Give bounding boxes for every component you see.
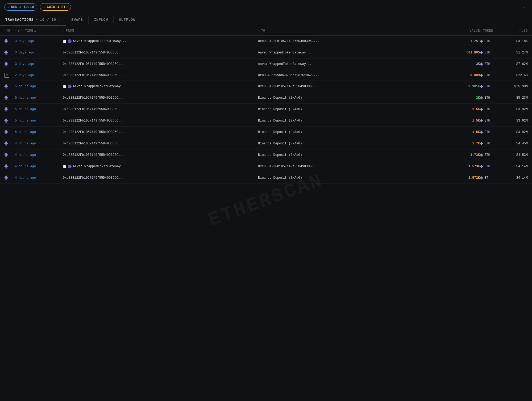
filter-time-icon[interactable]: ≡	[15, 29, 17, 32]
tab-inflow[interactable]: INFLOW	[89, 14, 113, 26]
layout-icon[interactable]: ⊞	[510, 3, 518, 11]
col-header-from[interactable]: ≡ FROM	[63, 29, 258, 33]
table-body: 3 days ago 📄 Aave: WrappedTokenGateway..…	[0, 36, 532, 184]
col-header-value[interactable]: ≡ VALUE	[453, 29, 480, 33]
usd-cell: $3.92M	[501, 119, 528, 123]
col-usd-label: USD	[522, 29, 528, 33]
filter-icon-time2[interactable]: ≡	[22, 29, 24, 32]
time-value: 4 hours ago	[15, 142, 36, 145]
table-row[interactable]: 🛡 2 days ago 0xc08B122Fb1057149f55D49D3D…	[0, 70, 532, 81]
from-address[interactable]: 0xc08B122Fb1057149f55D49D3D5C...	[63, 130, 124, 134]
filter-token-icon[interactable]: ≡	[480, 29, 482, 32]
tab-outflow[interactable]: OUTFLOW	[114, 14, 141, 26]
eth-diamond-icon	[480, 96, 483, 99]
download-icon[interactable]: ↓	[520, 3, 528, 11]
prev-page-btn[interactable]: ‹	[36, 18, 38, 22]
table-row[interactable]: 4 hours ago 0xc08B122Fb1057149f55D49D3D5…	[0, 172, 532, 184]
next-page-btn[interactable]: ›	[58, 18, 60, 22]
eth-diamond-icon	[480, 176, 483, 179]
token-cell: ETH	[480, 119, 501, 123]
to-cell: 0xc08B122Fb1057149f55D49D3D5C...	[258, 165, 453, 168]
from-address[interactable]: 0xc08B122Fb1057149f55D49D3D5C...	[63, 142, 124, 145]
value-amount: 1.573K	[468, 165, 480, 168]
col-header-usd[interactable]: ≡ USD	[501, 29, 528, 33]
filter-value-icon[interactable]: ≡	[467, 29, 468, 32]
table-row[interactable]: 4 hours ago 📄 Aave: WrappedTokenGateway.…	[0, 161, 532, 172]
col-header-time[interactable]: ≡ ⏱ ≡ TIME ▲	[15, 29, 63, 33]
to-address[interactable]: 0x8DCADb799Da4B78e57987Cf8A2C...	[258, 73, 319, 77]
from-address[interactable]: 0xc08B122Fb1057149f55D49D3D5C...	[63, 119, 124, 123]
to-named: Binance Deposit (0xAa0)	[258, 96, 302, 100]
usd-value: $22.43	[516, 73, 528, 77]
from-address[interactable]: 0xc08B122Fb1057149f55D49D3D5C...	[63, 153, 124, 157]
time-value: 5 hours ago	[15, 130, 36, 134]
token-cell: ETH	[480, 39, 501, 43]
tab-outflow-label: OUTFLOW	[119, 18, 135, 22]
from-address[interactable]: 0xc08B122Fb1057149f55D49D3D5C...	[63, 73, 124, 77]
time-cell: 3 days ago	[15, 51, 63, 55]
to-named: Binance Deposit (0xAa0)	[258, 119, 302, 123]
tab-inflow-label: INFLOW	[94, 18, 108, 22]
to-named: Binance Deposit (0xAa0)	[258, 176, 302, 180]
from-address[interactable]: 0xc08B122Fb1057149f55D49D3D5C...	[63, 51, 124, 55]
coin-filter-chip[interactable]: ✕ COIN ◆ ETH	[40, 3, 71, 11]
value-amount: 2K	[476, 96, 480, 100]
eth-icon	[4, 107, 8, 112]
usd-filter-chip[interactable]: ✕ USD ≥ $0.10	[4, 3, 37, 11]
table-row[interactable]: 4 hours ago 0xc08B122Fb1057149f55D49D3D5…	[0, 138, 532, 149]
table-row[interactable]: 5 hours ago 0xc08B122Fb1057149f55D49D3D5…	[0, 127, 532, 138]
usd-cell: $1.27M	[501, 51, 528, 55]
usd-filter-remove-icon[interactable]: ✕	[8, 5, 10, 9]
from-address[interactable]: 0xc08B122Fb1057149f55D49D3D5C...	[63, 107, 124, 111]
table-row[interactable]: 3 days ago 📄 Aave: WrappedTokenGateway..…	[0, 36, 532, 47]
to-cell: 0xc08B122Fb1057149f55D49D3D5C...	[258, 39, 453, 43]
col-value-label: VALUE	[469, 29, 480, 33]
to-cell: Binance Deposit (0xAa0)	[258, 96, 453, 100]
table-row[interactable]: 5 hours ago 0xc08B122Fb1057149f55D49D3D5…	[0, 115, 532, 127]
to-address[interactable]: 0xc08B122Fb1057149f55D49D3D5C...	[258, 165, 319, 168]
to-address[interactable]: 0xc08B122Fb1057149f55D49D3D5C...	[258, 85, 319, 88]
to-address[interactable]: 0xc08B122Fb1057149f55D49D3D5C...	[258, 39, 319, 43]
col-header-token[interactable]: ≡ TOKEN	[480, 29, 501, 33]
table-row[interactable]: 5 hours ago 📄 Aave: WrappedTokenGateway.…	[0, 81, 532, 92]
sort-asc-icon[interactable]: ▲	[34, 30, 36, 32]
from-cell: 0xc08B122Fb1057149f55D49D3D5C...	[63, 130, 258, 134]
filter-icon-row[interactable]: ≡	[4, 29, 6, 32]
filter-to-icon[interactable]: ≡	[258, 29, 260, 32]
token-cell: ETH	[480, 96, 501, 100]
tab-swaps[interactable]: SWAPS	[66, 14, 88, 26]
token-name: ETH	[484, 142, 490, 145]
from-cell: 📄 Aave: WrappedTokenGateway...	[63, 165, 258, 168]
to-cell: Binance Deposit (0xAa0)	[258, 153, 453, 157]
token-cell: ETH	[480, 107, 501, 111]
table-row[interactable]: 3 days ago 0xc08B122Fb1057149f55D49D3D5C…	[0, 59, 532, 70]
tab-transactions[interactable]: TRANSACTIONS ‹ 10 / 10 ›	[0, 14, 66, 26]
usd-value: $4.14M	[516, 165, 528, 168]
value-cell: 1.5K	[453, 119, 480, 123]
eth-diamond-icon	[480, 142, 483, 145]
table-row[interactable]: 5 hours ago 0xc08B122Fb1057149f55D49D3D5…	[0, 92, 532, 104]
filter-usd-icon[interactable]: ≡	[518, 29, 520, 32]
row-type-cell	[4, 107, 15, 112]
usd-cell: $3.92M	[501, 130, 528, 134]
table-row[interactable]: 4 hours ago 0xc08B122Fb1057149f55D49D3D5…	[0, 149, 532, 161]
shield-icon: 🛡	[4, 73, 9, 78]
row-type-cell	[4, 95, 15, 101]
table-row[interactable]: 3 days ago 0xc08B122Fb1057149f55D49D3D5C…	[0, 47, 532, 59]
from-address[interactable]: 0xc08B122Fb1057149f55D49D3D5C...	[63, 176, 124, 180]
from-address[interactable]: 0xc08B122Fb1057149f55D49D3D5C...	[63, 62, 124, 66]
eth-diamond-icon	[480, 40, 483, 43]
token-name: ETH	[484, 51, 490, 55]
filter-from-icon[interactable]: ≡	[63, 29, 65, 32]
from-address[interactable]: 0xc08B122Fb1057149f55D49D3D5C...	[63, 96, 124, 100]
table-row[interactable]: 5 hours ago 0xc08B122Fb1057149f55D49D3D5…	[0, 104, 532, 115]
to-cell: 0x8DCADb799Da4B78e57987Cf8A2C...	[258, 73, 453, 77]
value-cell: 501.805	[453, 51, 480, 55]
time-value: 5 hours ago	[15, 85, 36, 88]
coin-filter-remove-icon[interactable]: ✕	[43, 5, 45, 9]
from-cell: 0xc08B122Fb1057149f55D49D3D5C...	[63, 107, 258, 111]
link-icon[interactable]: ⛓	[7, 29, 10, 33]
col-header-to[interactable]: ≡ TO	[258, 29, 453, 33]
time-value: 4 hours ago	[15, 153, 36, 157]
time-value: 3 days ago	[15, 39, 34, 43]
